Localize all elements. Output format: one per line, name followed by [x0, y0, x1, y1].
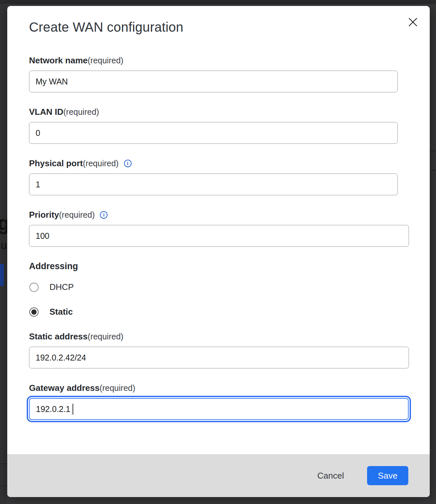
background-blue-button-fragment: [0, 264, 4, 286]
create-wan-dialog: Create WAN configuration Network name (r…: [7, 6, 430, 497]
background-table-divider: [0, 486, 7, 486]
physical-port-input[interactable]: [29, 173, 398, 195]
background-page-top-edge: [0, 0, 436, 4]
gateway-address-field-focused: [29, 398, 409, 420]
static-address-label: Static address (required): [29, 331, 412, 342]
priority-label: Priority(required)i: [29, 210, 412, 220]
text-cursor: [73, 404, 73, 415]
network-name-label: Network name (required): [29, 55, 412, 66]
radio-option-static[interactable]: Static: [29, 307, 412, 317]
wan-form: Network name (required) VLAN ID (require…: [29, 6, 412, 420]
network-name-input[interactable]: [29, 71, 398, 92]
radio-option-dhcp[interactable]: DHCP: [29, 282, 412, 292]
gateway-address-label: Gateway address (required): [29, 383, 412, 393]
dialog-footer: Cancel Save: [7, 454, 430, 497]
background-table-divider: [430, 150, 436, 151]
radio-label-static: Static: [49, 307, 73, 317]
cancel-button[interactable]: Cancel: [311, 467, 351, 484]
background-table-divider: [430, 170, 436, 171]
gateway-address-input[interactable]: [29, 398, 409, 420]
info-icon[interactable]: i: [124, 160, 132, 167]
vlan-id-label: VLAN ID (required): [29, 107, 412, 117]
radio-label-dhcp: DHCP: [49, 282, 74, 292]
priority-input[interactable]: [29, 225, 409, 247]
radio-unselected-icon[interactable]: [29, 283, 39, 292]
info-icon[interactable]: i: [100, 211, 108, 219]
background-page-right-edge: [430, 4, 436, 504]
background-table-divider: [0, 463, 7, 464]
background-page-left-edge: [0, 4, 7, 504]
radio-selected-icon[interactable]: [29, 307, 39, 317]
static-address-input[interactable]: [29, 347, 409, 368]
physical-port-label: Physical port (required)i: [29, 158, 412, 169]
addressing-heading: Addressing: [29, 261, 412, 271]
save-button[interactable]: Save: [367, 466, 408, 485]
vlan-id-input[interactable]: [29, 122, 398, 144]
background-text-fragment: u: [1, 239, 7, 252]
